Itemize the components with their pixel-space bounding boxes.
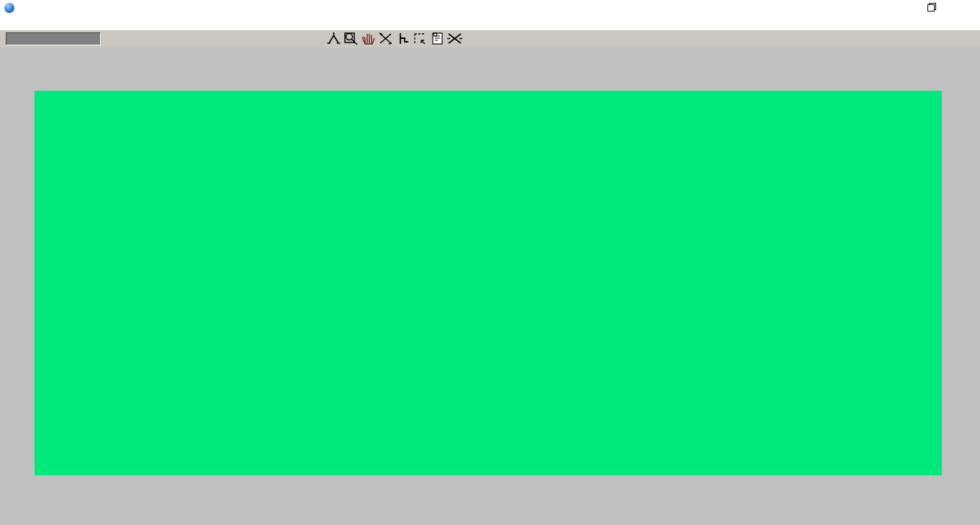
app-icon	[4, 3, 14, 13]
astro-map[interactable]	[35, 91, 942, 475]
taskbar-edge	[0, 522, 980, 525]
pan-hand-icon[interactable]	[360, 31, 377, 46]
compass-tool-icon[interactable]	[325, 31, 342, 46]
minimize-button[interactable]	[879, 0, 912, 16]
zoom-tool-icon[interactable]	[343, 31, 359, 46]
title-bar	[0, 0, 980, 17]
measure-box-icon[interactable]	[412, 31, 428, 46]
toolbar	[0, 30, 980, 48]
coordinate-readout	[6, 32, 101, 45]
scissors-icon[interactable]	[377, 31, 394, 46]
clamp-tool-icon[interactable]	[395, 31, 411, 46]
restore-button[interactable]	[914, 0, 948, 16]
close-button[interactable]	[949, 0, 980, 16]
restore-icon	[927, 4, 935, 12]
menu-bar	[0, 16, 980, 30]
cross-lines-icon[interactable]	[446, 31, 463, 46]
info-report-icon[interactable]	[429, 31, 446, 46]
